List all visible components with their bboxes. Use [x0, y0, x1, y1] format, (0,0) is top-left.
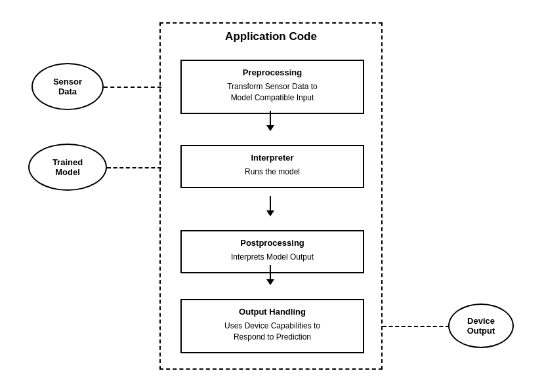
preprocessing-desc: Transform Sensor Data toModel Compatible… [191, 81, 354, 104]
postprocessing-desc: Interprets Model Output [191, 252, 354, 263]
output-handling-box: Output Handling Uses Device Capabilities… [180, 299, 364, 353]
arrow-1 [264, 111, 277, 131]
sensor-data-connector [104, 87, 161, 88]
trained-model-connector [107, 167, 161, 168]
app-code-title: Application Code [161, 30, 381, 43]
sensor-data-oval: SensorData [31, 63, 104, 110]
trained-model-oval: TrainedModel [28, 144, 107, 191]
sensor-data-label: SensorData [53, 77, 82, 96]
output-handling-title: Output Handling [191, 307, 354, 317]
arrow-2 [264, 196, 277, 216]
interpreter-desc: Runs the model [191, 167, 354, 178]
preprocessing-box: Preprocessing Transform Sensor Data toMo… [180, 60, 364, 114]
diagram-container: Application Code Preprocessing Transform… [15, 9, 527, 383]
device-output-connector [383, 326, 449, 327]
postprocessing-title: Postprocessing [191, 238, 354, 248]
output-handling-desc: Uses Device Capabilities toRespond to Pr… [191, 321, 354, 343]
arrow-3 [264, 265, 277, 285]
trained-model-label: TrainedModel [52, 157, 83, 177]
interpreter-box: Interpreter Runs the model [180, 145, 364, 188]
interpreter-title: Interpreter [191, 153, 354, 163]
device-output-oval: DeviceOutput [448, 304, 514, 348]
device-output-label: DeviceOutput [467, 316, 495, 336]
preprocessing-title: Preprocessing [191, 68, 354, 77]
